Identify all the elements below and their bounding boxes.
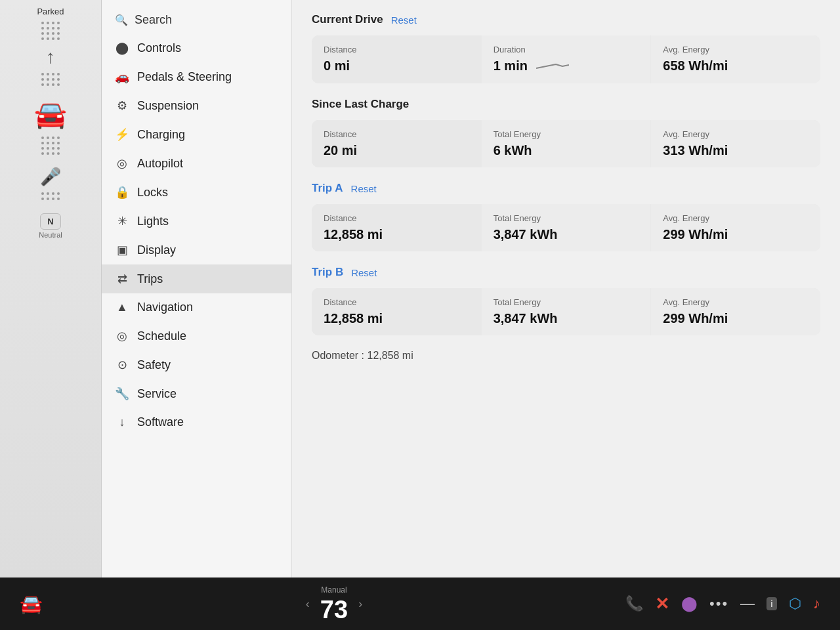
trip-a-header: Trip A Reset <box>312 182 820 195</box>
slc-distance-label: Distance <box>324 129 469 139</box>
current-drive-duration-cell: Duration 1 min <box>482 35 651 83</box>
trip-a-distance-cell: Distance 12,858 mi <box>312 204 481 251</box>
current-drive-distance-cell: Distance 0 mi <box>312 35 481 83</box>
music-icon[interactable]: ♪ <box>813 595 820 612</box>
pedals-icon: 🚗 <box>115 70 129 84</box>
trip-b-distance-label: Distance <box>324 297 469 307</box>
camera-icon[interactable]: ⬤ <box>681 595 698 612</box>
suspension-label: Suspension <box>137 99 199 113</box>
info-icon[interactable]: i <box>766 597 777 610</box>
trip-b-reset-button[interactable]: Reset <box>351 267 377 278</box>
sidebar-item-schedule[interactable]: ◎ Schedule <box>102 322 291 350</box>
search-item[interactable]: 🔍 Search <box>102 7 291 33</box>
taskbar-car-icon[interactable]: 🚘 <box>20 593 43 615</box>
speed-next-button[interactable]: › <box>358 597 362 611</box>
sidebar-item-display[interactable]: ▣ Display <box>102 236 291 264</box>
locks-label: Locks <box>137 186 168 200</box>
search-label: Search <box>135 13 172 27</box>
phone-icon[interactable]: 📞 <box>625 595 643 612</box>
lights-icon: ✳ <box>115 214 129 228</box>
sidebar-item-controls[interactable]: ⬤ Controls <box>102 33 291 62</box>
since-last-charge-card: Distance 20 mi Total Energy 6 kWh Avg. E… <box>312 120 820 167</box>
current-drive-avg-energy-value: 658 Wh/mi <box>663 58 808 74</box>
car-silhouette-icon: 🚘 <box>34 99 67 130</box>
since-last-charge-header: Since Last Charge <box>312 98 820 111</box>
trip-a-total-energy-value: 3,847 kWh <box>494 227 639 242</box>
trip-a-card: Distance 12,858 mi Total Energy 3,847 kW… <box>312 204 820 251</box>
trip-b-distance-value: 12,858 mi <box>324 311 469 326</box>
sidebar-item-software[interactable]: ↓ Software <box>102 408 291 436</box>
display-icon: ▣ <box>115 243 129 257</box>
sidebar-item-pedals[interactable]: 🚗 Pedals & Steering <box>102 62 291 91</box>
current-drive-title: Current Drive <box>312 13 383 26</box>
sidebar-item-suspension[interactable]: ⚙ Suspension <box>102 91 291 120</box>
mini-chart <box>536 59 569 74</box>
current-drive-card: Distance 0 mi Duration 1 min Avg. Energy… <box>312 35 820 83</box>
speed-prev-button[interactable]: ‹ <box>306 597 310 611</box>
up-arrow-icon[interactable]: ↑ <box>46 47 55 68</box>
pedals-label: Pedals & Steering <box>137 70 232 84</box>
slc-avg-energy-value: 313 Wh/mi <box>663 143 808 158</box>
trip-b-avg-energy-value: 299 Wh/mi <box>663 311 808 326</box>
microphone-icon[interactable]: 🎤 <box>40 167 61 187</box>
trip-b-avg-energy-cell: Avg. Energy 299 Wh/mi <box>651 288 820 335</box>
slc-distance-value: 20 mi <box>324 143 469 158</box>
autopilot-icon: ◎ <box>115 156 129 171</box>
trip-b-card: Distance 12,858 mi Total Energy 3,847 kW… <box>312 288 820 335</box>
current-drive-distance-label: Distance <box>324 45 469 54</box>
trips-icon: ⇄ <box>115 272 129 286</box>
parked-status: Parked <box>37 7 64 16</box>
odometer-value: 12,858 mi <box>367 350 413 361</box>
service-label: Service <box>137 387 177 401</box>
safety-icon: ⊙ <box>115 358 129 372</box>
suspension-icon: ⚙ <box>115 98 129 113</box>
main-content: Current Drive Reset Distance 0 mi Durati… <box>292 0 840 578</box>
trip-b-title: Trip B <box>312 266 343 279</box>
sidebar-item-service[interactable]: 🔧 Service <box>102 379 291 408</box>
taskbar: 🚘 ‹ Manual 73 › 📞 ✕ ⬤ ••• — i ⬡ ♪ <box>0 578 840 630</box>
current-drive-duration-value: 1 min <box>494 58 639 74</box>
safety-label: Safety <box>137 358 171 372</box>
neutral-label: Neutral <box>39 231 62 239</box>
sidebar-item-locks[interactable]: 🔒 Locks <box>102 178 291 207</box>
trip-a-distance-value: 12,858 mi <box>324 227 469 242</box>
neutral-badge: N <box>40 213 60 230</box>
odometer-label: Odometer <box>312 350 358 361</box>
close-call-icon[interactable]: ✕ <box>655 594 669 614</box>
trip-a-avg-energy-cell: Avg. Energy 299 Wh/mi <box>651 204 820 251</box>
taskbar-speed-label: Manual <box>321 585 346 595</box>
odometer-line: Odometer : 12,858 mi <box>312 350 820 362</box>
sidebar-dots <box>41 22 60 40</box>
trip-a-reset-button[interactable]: Reset <box>351 183 377 194</box>
sidebar-item-lights[interactable]: ✳ Lights <box>102 207 291 236</box>
more-options-icon[interactable]: ••• <box>709 595 728 612</box>
sidebar-strip: Parked ↑ 🚘 🎤 N Neutr <box>0 0 102 578</box>
locks-icon: 🔒 <box>115 185 129 200</box>
autopilot-label: Autopilot <box>137 157 183 171</box>
sidebar-item-autopilot[interactable]: ◎ Autopilot <box>102 149 291 178</box>
sidebar-item-navigation[interactable]: ▲ Navigation <box>102 293 291 322</box>
sidebar-dots-2 <box>41 73 60 86</box>
trip-b-avg-energy-label: Avg. Energy <box>663 297 808 307</box>
sidebar-item-safety[interactable]: ⊙ Safety <box>102 350 291 379</box>
current-drive-reset-button[interactable]: Reset <box>391 14 417 26</box>
trips-label: Trips <box>137 272 163 286</box>
trip-b-total-energy-label: Total Energy <box>494 297 639 307</box>
slc-total-energy-cell: Total Energy 6 kWh <box>482 120 651 167</box>
taskbar-center: Manual 73 <box>320 585 348 622</box>
current-drive-header: Current Drive Reset <box>312 13 820 26</box>
search-icon: 🔍 <box>115 14 128 26</box>
taskbar-right: 📞 ✕ ⬤ ••• — i ⬡ ♪ <box>625 594 820 614</box>
schedule-icon: ◎ <box>115 329 129 343</box>
sidebar-item-charging[interactable]: ⚡ Charging <box>102 120 291 149</box>
trip-a-total-energy-label: Total Energy <box>494 213 639 223</box>
trip-b-total-energy-value: 3,847 kWh <box>494 311 639 326</box>
since-last-charge-title: Since Last Charge <box>312 98 409 111</box>
minimize-icon[interactable]: — <box>740 595 755 612</box>
trip-a-total-energy-cell: Total Energy 3,847 kWh <box>482 204 651 251</box>
software-label: Software <box>137 415 184 429</box>
controls-icon: ⬤ <box>115 41 129 55</box>
sidebar-item-trips[interactable]: ⇄ Trips <box>102 264 291 293</box>
bluetooth-icon[interactable]: ⬡ <box>789 595 801 612</box>
sidebar-dots-3 <box>41 136 60 155</box>
